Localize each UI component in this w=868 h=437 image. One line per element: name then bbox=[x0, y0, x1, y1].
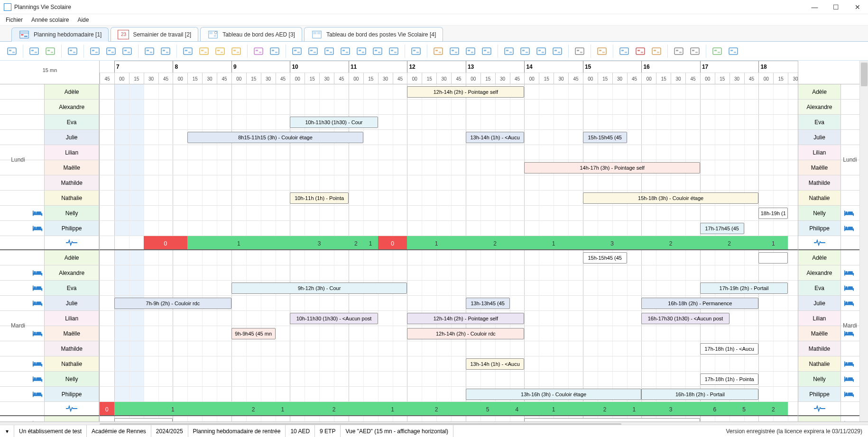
person-name[interactable]: Nathalie bbox=[45, 191, 99, 205]
event[interactable]: 13h-14h (1h) - <Aucu bbox=[466, 358, 525, 370]
person-name[interactable]: Philippe bbox=[45, 387, 99, 401]
toolbar-button[interactable] bbox=[710, 44, 724, 58]
window-minimize[interactable]: — bbox=[804, 0, 825, 14]
person-name[interactable]: Julie bbox=[45, 296, 99, 310]
toolbar-button[interactable] bbox=[338, 44, 352, 58]
toolbar-button[interactable] bbox=[197, 44, 211, 58]
toolbar-button[interactable] bbox=[480, 44, 494, 58]
vertical-scroll-thumb[interactable] bbox=[861, 63, 868, 86]
toolbar-button[interactable] bbox=[649, 44, 664, 58]
toolbar-button[interactable] bbox=[251, 44, 266, 58]
event[interactable]: 10h-11h30 (1h30) - <Aucun post bbox=[290, 313, 378, 324]
event[interactable]: 12h-14h (2h) - Pointage self bbox=[407, 313, 524, 324]
person-name[interactable]: Lilian bbox=[45, 311, 99, 326]
toolbar-button[interactable] bbox=[688, 44, 702, 58]
toolbar-button[interactable] bbox=[534, 44, 548, 58]
person-name[interactable]: Mathilde bbox=[45, 175, 99, 190]
event[interactable]: 10h-11h30 (1h30) - Cour bbox=[290, 117, 378, 128]
event[interactable]: 14h-17h (3h) - Pointage self bbox=[524, 162, 700, 173]
toolbar-button[interactable] bbox=[322, 44, 336, 58]
toolbar-button[interactable] bbox=[229, 44, 243, 58]
toolbar-button[interactable] bbox=[573, 44, 587, 58]
menu-file[interactable]: Fichier bbox=[6, 17, 23, 23]
event[interactable]: 16h-18h (2h) - Permanence bbox=[641, 298, 758, 309]
toolbar-button[interactable] bbox=[672, 44, 686, 58]
event[interactable]: 9h-12h (3h) - Cour bbox=[231, 282, 407, 294]
menu-year[interactable]: Année scolaire bbox=[31, 17, 69, 23]
event[interactable]: 16h-17h30 (1h30) - <Aucun post bbox=[641, 313, 729, 324]
toolbar-button[interactable] bbox=[409, 44, 423, 58]
center-pane[interactable]: 7891011121314151617184500153045001530450… bbox=[100, 61, 798, 421]
toolbar-button[interactable] bbox=[120, 44, 134, 58]
toolbar-button[interactable] bbox=[5, 44, 19, 58]
event[interactable]: 17h-18h (1h) - Pointa bbox=[700, 373, 759, 385]
toolbar-button[interactable] bbox=[88, 44, 102, 58]
person-name[interactable]: Nelly bbox=[45, 206, 99, 220]
event[interactable]: 15h-18h (3h) - Couloir étage bbox=[583, 192, 759, 204]
person-name[interactable]: Lilian bbox=[45, 145, 99, 160]
person-name[interactable]: Maëlle bbox=[45, 326, 99, 341]
window-close[interactable]: ✕ bbox=[847, 0, 868, 14]
person-name[interactable]: Nathalie bbox=[45, 356, 99, 371]
toolbar-button[interactable] bbox=[617, 44, 631, 58]
toolbar-button[interactable] bbox=[502, 44, 516, 58]
toolbar-button[interactable] bbox=[213, 44, 227, 58]
menu-help[interactable]: Aide bbox=[77, 17, 89, 23]
toolbar-button[interactable] bbox=[633, 44, 647, 58]
toolbar-button[interactable] bbox=[447, 44, 462, 58]
event[interactable]: 16h-18h (2h) - Portail bbox=[641, 389, 758, 400]
event[interactable]: 18h-19h (1 bbox=[758, 208, 788, 219]
event[interactable]: 17h-18h (1h) - <Aucu bbox=[700, 343, 759, 355]
person-name[interactable]: Alexandre bbox=[45, 100, 99, 114]
person-name[interactable]: Alexandre bbox=[45, 265, 99, 280]
person-name[interactable]: Nelly bbox=[45, 372, 99, 386]
status-caret[interactable]: ▾ bbox=[0, 425, 14, 437]
toolbar-button[interactable] bbox=[43, 44, 57, 58]
tab-semainier[interactable]: 23 Semainier de travail [2] bbox=[111, 27, 198, 41]
toolbar-button[interactable] bbox=[27, 44, 41, 58]
event[interactable]: 8h15-11h15 (3h) - Couloir étage bbox=[187, 132, 363, 143]
toolbar-button[interactable] bbox=[354, 44, 369, 58]
toolbar-button[interactable] bbox=[142, 44, 157, 58]
toolbar-button[interactable] bbox=[104, 44, 118, 58]
person-name[interactable]: Eva bbox=[45, 115, 99, 129]
event[interactable]: 13h-13h45 (45 bbox=[466, 298, 510, 309]
window-maximize[interactable]: ☐ bbox=[825, 0, 847, 14]
event[interactable]: 15h-15h45 (45 bbox=[583, 132, 627, 143]
toolbar-button[interactable] bbox=[306, 44, 320, 58]
event[interactable]: 15h-15h45 (45 bbox=[583, 252, 627, 264]
person-name[interactable]: Julie bbox=[45, 130, 99, 145]
toolbar-button[interactable] bbox=[65, 44, 80, 58]
toolbar-button[interactable] bbox=[158, 44, 173, 58]
toolbar-button[interactable] bbox=[463, 44, 478, 58]
tab-dash-postes[interactable]: Tableau de bord des postes Vie Scolaire … bbox=[304, 27, 443, 41]
event[interactable]: 7h-8h (1h) - Portail bbox=[114, 418, 173, 421]
event[interactable]: 12h-14h (2h) - Couloir rdc bbox=[407, 328, 524, 339]
person-name[interactable]: Eva bbox=[45, 281, 99, 295]
event[interactable]: 13h-14h (1h) - <Aucu bbox=[466, 132, 525, 143]
event[interactable]: 17h-19h (2h) - Portail bbox=[700, 282, 788, 294]
toolbar-button[interactable] bbox=[181, 44, 195, 58]
event[interactable]: 10h-11h (1h) - Pointa bbox=[290, 192, 349, 204]
event[interactable] bbox=[758, 252, 788, 264]
person-name[interactable]: Maëlle bbox=[45, 160, 99, 175]
vertical-scrollbar[interactable] bbox=[859, 61, 868, 421]
toolbar-button[interactable] bbox=[387, 44, 401, 58]
event[interactable]: 12h-14h (2h) - Pointage self bbox=[407, 86, 524, 98]
event[interactable]: 7h-9h (2h) - Couloir rdc bbox=[114, 298, 231, 309]
person-name[interactable]: Philippe bbox=[45, 221, 99, 236]
toolbar-button[interactable] bbox=[370, 44, 385, 58]
event[interactable]: 17h-17h45 (45 bbox=[700, 223, 744, 234]
tab-dash-aed[interactable]: Tableau de bord des AED [3] bbox=[200, 27, 302, 41]
person-name[interactable]: Mathilde bbox=[45, 341, 99, 356]
event[interactable]: 9h-9h45 (45 mn bbox=[231, 328, 276, 339]
toolbar-button[interactable] bbox=[290, 44, 304, 58]
toolbar-button[interactable] bbox=[550, 44, 564, 58]
toolbar-button[interactable] bbox=[431, 44, 445, 58]
person-name[interactable]: Adèle bbox=[45, 84, 99, 99]
event[interactable]: 13h-16h (3h) - Couloir étage bbox=[466, 389, 642, 400]
tab-planning[interactable]: Planning hebdomadaire [1] bbox=[11, 27, 109, 42]
toolbar-button[interactable] bbox=[518, 44, 532, 58]
toolbar-button[interactable] bbox=[726, 44, 740, 58]
toolbar-button[interactable] bbox=[595, 44, 609, 58]
